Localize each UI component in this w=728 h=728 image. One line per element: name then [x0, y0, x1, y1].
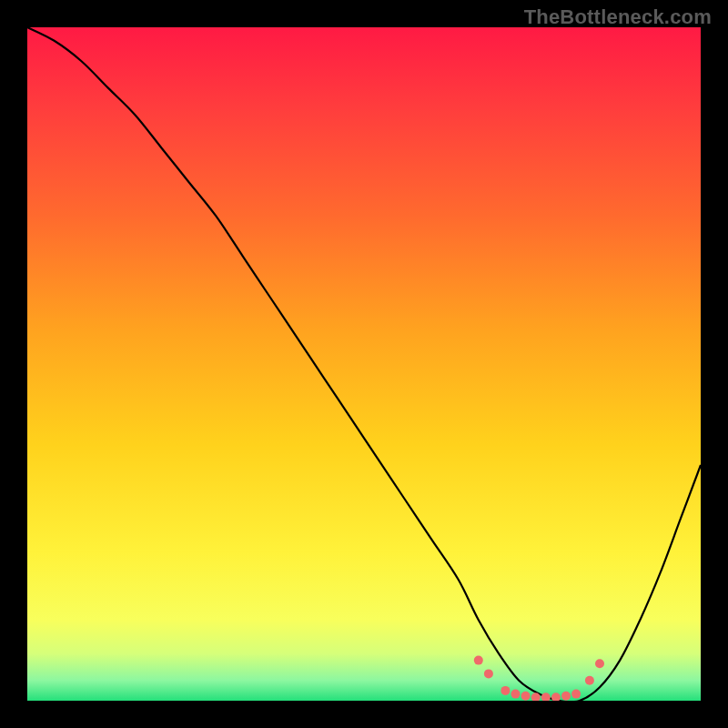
- marker-dot: [585, 676, 594, 685]
- marker-dot: [484, 669, 493, 678]
- marker-dot: [474, 656, 483, 665]
- plot-area: [27, 27, 701, 701]
- marker-dot: [561, 692, 571, 701]
- marker-dot: [571, 690, 581, 699]
- watermark-label: TheBottleneck.com: [524, 5, 712, 29]
- chart-svg: [27, 27, 701, 701]
- chart-frame: TheBottleneck.com: [0, 0, 728, 728]
- marker-dot: [595, 659, 604, 668]
- gradient-background: [27, 27, 701, 701]
- marker-dot: [521, 692, 531, 701]
- marker-dot: [500, 686, 510, 695]
- marker-dot: [511, 690, 521, 699]
